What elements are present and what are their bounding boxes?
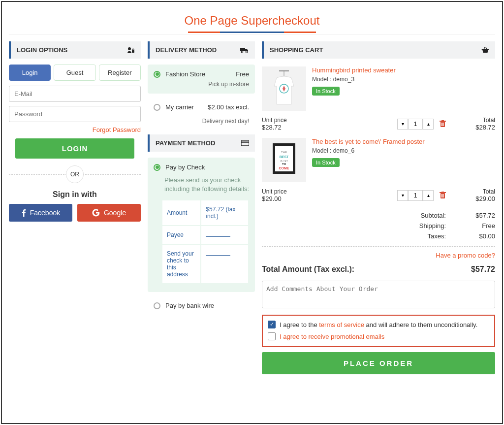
radio-checked-icon [154, 71, 160, 78]
product-model: Model : demo_3 [312, 76, 495, 83]
cart-item: Hummingbird printed sweater Model : demo… [262, 65, 495, 115]
facebook-label: Facebook [30, 209, 60, 217]
svg-rect-31 [443, 194, 444, 197]
svg-rect-6 [241, 142, 249, 143]
payment-panel-title: PAYMENT METHOD [148, 134, 255, 152]
stock-badge: In Stock [312, 87, 340, 96]
delivery-opt2-name: My carrier [165, 103, 203, 111]
google-label: Google [104, 209, 126, 217]
svg-rect-1 [132, 50, 134, 53]
payment-opt1-name: Pay by Check [165, 163, 249, 171]
radio-checked-icon [154, 164, 160, 171]
password-field[interactable] [9, 106, 141, 122]
email-field[interactable] [9, 86, 141, 102]
svg-text:COME: COME [279, 166, 289, 170]
delivery-opt1-name: Fashion Store [165, 70, 231, 78]
card-icon [241, 140, 249, 146]
svg-rect-30 [442, 194, 443, 197]
checkbox-terms[interactable]: ✓ [268, 321, 276, 328]
promo-code-link[interactable]: Have a promo code? [262, 252, 495, 259]
order-comment-field[interactable] [262, 281, 495, 308]
svg-rect-2 [240, 48, 245, 51]
checkbox-promo-emails[interactable] [268, 332, 276, 340]
svg-text:TO: TO [282, 163, 286, 165]
qty-input[interactable] [408, 190, 423, 201]
delivery-opt2-price: $2.00 tax excl. [208, 103, 249, 111]
place-order-button[interactable]: PLACE ORDER [262, 352, 495, 374]
or-label: OR [66, 165, 84, 183]
product-title-link[interactable]: Hummingbird printed sweater [312, 66, 495, 74]
svg-rect-17 [443, 123, 444, 126]
tab-guest[interactable]: Guest [54, 65, 95, 81]
agree-terms-text: I agree to the terms of service and will… [280, 321, 477, 329]
qty-increase-button[interactable]: ▴ [423, 190, 434, 201]
svg-rect-16 [442, 123, 443, 126]
svg-rect-15 [441, 123, 442, 126]
svg-rect-5 [241, 140, 249, 146]
truck-icon [240, 47, 249, 53]
product-thumbnail[interactable] [262, 66, 306, 111]
basket-icon [481, 47, 489, 53]
login-panel-title: LOGIN OPTIONS [9, 41, 141, 59]
payment-opt2-name: Pay by bank wire [165, 302, 249, 309]
cart-panel-title: SHOPPING CART [262, 41, 495, 59]
svg-rect-28 [441, 192, 444, 193]
payment-panel-label: PAYMENT METHOD [156, 139, 215, 147]
radio-empty-icon [154, 302, 160, 309]
login-button[interactable]: LOGIN [15, 138, 134, 159]
page-header: One Page Supercheckout [9, 9, 495, 34]
quantity-stepper[interactable]: ▾ ▴ [397, 119, 434, 130]
unit-price: Unit price $29.00 [262, 188, 287, 202]
terms-link[interactable]: terms of service [319, 321, 364, 328]
page-title: One Page Supercheckout [185, 14, 320, 28]
svg-point-4 [246, 51, 248, 53]
qty-decrease-button[interactable]: ▾ [397, 119, 408, 130]
product-title-link[interactable]: The best is yet to come\' Framed poster [312, 138, 495, 145]
svg-rect-14 [441, 120, 444, 121]
or-separator: OR [9, 165, 141, 183]
tab-login[interactable]: Login [9, 65, 51, 81]
stock-badge: In Stock [312, 158, 340, 167]
trash-icon[interactable] [440, 120, 446, 128]
delivery-opt1-price: Free [236, 70, 249, 78]
payment-option-bankwire[interactable]: Pay by bank wire [148, 298, 255, 313]
delivery-panel-label: DELIVERY METHOD [156, 46, 217, 54]
facebook-icon [21, 209, 26, 217]
svg-point-0 [128, 47, 131, 50]
agree-promo-text: I agree to receive promotional emails [280, 332, 384, 341]
tab-register[interactable]: Register [99, 65, 141, 81]
order-summary: Subtotal:$57.72 Shipping:Free Taxes:$0.0… [262, 210, 495, 241]
svg-rect-29 [441, 194, 442, 197]
agreement-box: ✓ I agree to the terms of service and wi… [262, 315, 495, 347]
delivery-opt1-sub: Pick up in-store [154, 81, 249, 88]
svg-rect-7 [482, 49, 489, 50]
delivery-option-fashion-store[interactable]: Fashion Store Free Pick up in-store [148, 65, 255, 94]
delivery-opt2-sub: Delivery next day! [148, 118, 255, 125]
payment-opt1-desc: Please send us your check including the … [164, 176, 249, 194]
line-total: Total $29.00 [456, 188, 495, 202]
login-panel-label: LOGIN OPTIONS [17, 46, 67, 54]
total-amount: Total Amount (Tax excl.): $57.72 [262, 265, 495, 274]
google-icon [92, 209, 100, 217]
google-button[interactable]: Google [77, 204, 141, 222]
cart-panel-label: SHOPPING CART [270, 46, 323, 54]
qty-input[interactable] [408, 119, 423, 130]
svg-text:BEST: BEST [280, 155, 289, 159]
quantity-stepper[interactable]: ▾ ▴ [397, 190, 434, 201]
signin-with-label: Sign in with [9, 190, 141, 199]
facebook-button[interactable]: Facebook [9, 204, 72, 222]
user-lock-icon [127, 47, 135, 54]
svg-point-3 [241, 51, 243, 53]
product-thumbnail[interactable]: THEBESTIS YETTOCOME [262, 138, 306, 182]
svg-text:THE: THE [281, 151, 287, 154]
delivery-option-my-carrier[interactable]: My carrier $2.00 tax excl. [148, 99, 255, 115]
forgot-password-link[interactable]: Forgot Password [9, 126, 141, 133]
qty-increase-button[interactable]: ▴ [423, 119, 434, 130]
delivery-panel-title: DELIVERY METHOD [148, 41, 255, 59]
qty-decrease-button[interactable]: ▾ [397, 190, 408, 201]
product-model: Model : demo_6 [312, 147, 495, 154]
trash-icon[interactable] [440, 192, 446, 199]
unit-price: Unit price $28.72 [262, 117, 287, 131]
payment-option-check[interactable]: Pay by Check Please send us your check i… [148, 158, 255, 292]
payment-details-table: Amount$57.72 (tax incl.) Payee Send your… [161, 199, 249, 284]
